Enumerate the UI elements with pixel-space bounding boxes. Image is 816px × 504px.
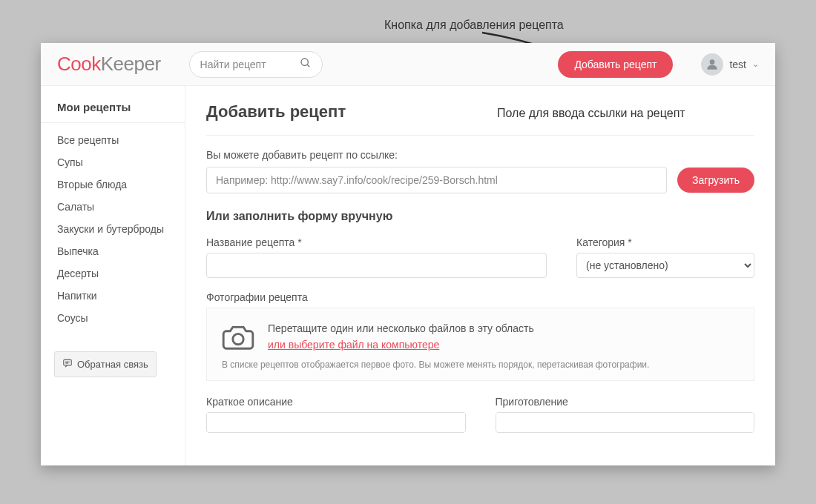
body: Мои рецепты Все рецепты Супы Вторые блюд… xyxy=(41,86,775,465)
sidebar-item[interactable]: Выпечка xyxy=(41,240,185,262)
short-desc-label: Краткое описание xyxy=(206,396,466,408)
url-section-label: Вы можете добавить рецепт по ссылке: xyxy=(206,149,754,161)
form-row-name-category: Название рецепта * Категория * (не устан… xyxy=(206,236,754,278)
photo-dropzone[interactable]: Перетащите один или несколько файлов в э… xyxy=(206,308,754,381)
form-col-category: Категория * (не установлено) xyxy=(576,236,754,278)
search-icon xyxy=(300,57,312,72)
sidebar-item[interactable]: Соусы xyxy=(41,307,185,329)
sidebar-item[interactable]: Напитки xyxy=(41,285,185,307)
recipe-name-input[interactable] xyxy=(206,253,547,278)
recipe-name-label: Название рецепта * xyxy=(206,236,547,248)
sidebar-item[interactable]: Супы xyxy=(41,151,185,173)
main-content: Добавить рецепт Вы можете добавить рецеп… xyxy=(185,86,775,465)
feedback-button[interactable]: Обратная связь xyxy=(54,351,157,377)
sidebar-item[interactable]: Десерты xyxy=(41,262,185,285)
recipe-url-input[interactable] xyxy=(206,167,667,193)
sidebar-item[interactable]: Все рецепты xyxy=(41,129,185,151)
photo-text: Перетащите один или несколько файлов в э… xyxy=(268,320,534,354)
annotation-url-field: Поле для ввода ссылки на рецепт xyxy=(497,107,685,120)
logo-rest: Keeper xyxy=(101,53,161,75)
svg-rect-3 xyxy=(64,359,72,365)
search-box[interactable] xyxy=(189,51,323,78)
logo-brand: Cook xyxy=(57,53,101,75)
short-desc-textarea[interactable] xyxy=(206,412,466,433)
form-col-name: Название рецепта * xyxy=(206,236,547,278)
sidebar-item[interactable]: Салаты xyxy=(41,196,185,218)
user-name: test xyxy=(729,59,746,70)
category-select[interactable]: (не установлено) xyxy=(576,253,754,278)
photos-label: Фотографии рецепта xyxy=(206,291,754,303)
photo-hint: В списке рецептов отображается первое фо… xyxy=(222,359,739,370)
user-menu[interactable]: test ⌄ xyxy=(701,53,759,76)
avatar xyxy=(701,53,723,76)
manual-form-heading: Или заполнить форму вручную xyxy=(206,210,754,223)
svg-point-0 xyxy=(301,59,308,65)
sidebar-item[interactable]: Вторые блюда xyxy=(41,173,185,196)
divider xyxy=(206,135,754,136)
svg-point-6 xyxy=(233,334,243,345)
short-desc-col: Краткое описание xyxy=(206,396,466,436)
preparation-textarea[interactable] xyxy=(496,412,755,433)
preparation-label: Приготовление xyxy=(496,396,755,408)
sidebar-list: Все рецепты Супы Вторые блюда Салаты Зак… xyxy=(41,123,185,335)
feedback-label: Обратная связь xyxy=(77,359,148,370)
add-recipe-button[interactable]: Добавить рецепт xyxy=(558,51,673,78)
preparation-col: Приготовление xyxy=(496,396,755,436)
chat-icon xyxy=(62,358,73,371)
photo-row: Перетащите один или несколько файлов в э… xyxy=(222,320,739,354)
sidebar-title: Мои рецепты xyxy=(41,101,185,123)
url-row: Загрузить xyxy=(206,167,754,193)
chevron-down-icon: ⌄ xyxy=(752,59,759,69)
annotation-add-button: Кнопка для добавления рецепта xyxy=(384,19,564,32)
textarea-row: Краткое описание Приготовление xyxy=(206,396,754,436)
sidebar: Мои рецепты Все рецепты Супы Вторые блюд… xyxy=(41,86,185,465)
logo: CookKeeper xyxy=(57,53,161,76)
drop-text: Перетащите один или несколько файлов в э… xyxy=(268,320,534,336)
header: CookKeeper Добавить рецепт test ⌄ xyxy=(41,43,775,86)
search-input[interactable] xyxy=(200,59,300,70)
camera-icon xyxy=(222,323,254,350)
load-button[interactable]: Загрузить xyxy=(677,168,754,193)
choose-file-link[interactable]: или выберите файл на компьютере xyxy=(268,339,439,351)
svg-point-2 xyxy=(710,59,715,64)
sidebar-item[interactable]: Закуски и бутерброды xyxy=(41,218,185,240)
category-label: Категория * xyxy=(576,236,754,248)
svg-line-1 xyxy=(307,64,309,67)
